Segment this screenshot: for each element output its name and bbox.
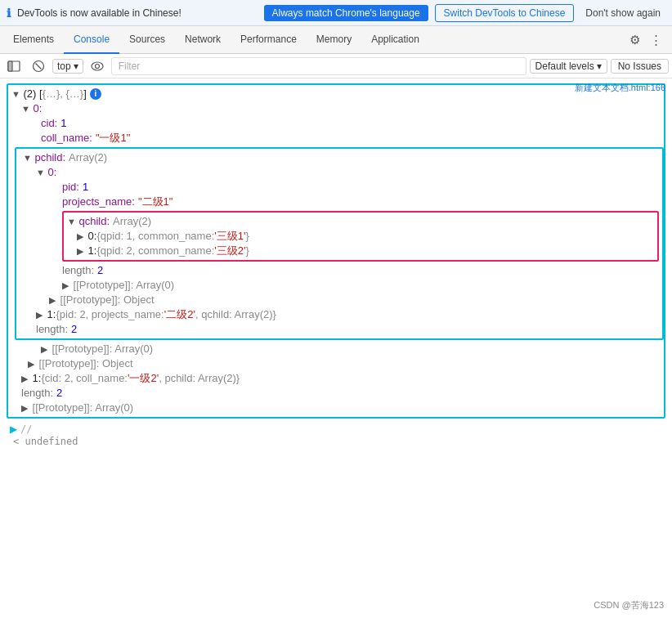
item1-toggle[interactable] <box>21 371 28 386</box>
watermark: CSDN @苦海123 <box>594 599 664 611</box>
info-badge[interactable]: i <box>90 88 101 100</box>
pchild-line[interactable]: pchild: Array(2) <box>16 150 662 165</box>
switch-devtools-button[interactable]: Switch DevTools to Chinese <box>435 4 575 22</box>
undefined-label: < <box>13 436 25 447</box>
root-length-line: length: 2 <box>8 386 664 401</box>
root-toggle[interactable] <box>11 87 20 101</box>
proto-array-line[interactable]: [[Prototype]]: Array(0) <box>16 278 662 293</box>
item0-toggle[interactable] <box>21 101 30 116</box>
pchild-cyan-box: pchild: Array(2) 0: pid: 1 projects_name… <box>15 147 664 340</box>
proto-obj-line[interactable]: [[Prototype]]: Object <box>16 293 662 307</box>
qchild1-toggle[interactable] <box>77 244 83 258</box>
qchild0-toggle[interactable] <box>77 229 83 244</box>
comment-section: ▶ // <box>7 420 665 435</box>
svg-line-3 <box>36 63 42 69</box>
tab-elements[interactable]: Elements <box>3 26 64 54</box>
pid-line: pid: 1 <box>16 180 662 195</box>
pchild1-collapsed-line[interactable]: 1: {pid: 2, projects_name: '二级2' , qchil… <box>16 307 662 322</box>
undefined-value: undefined <box>25 436 78 447</box>
proto-obj2-line[interactable]: [[Prototype]]: Object <box>8 356 664 371</box>
coll-name-line: coll_name: "一级1" <box>8 131 664 146</box>
pchild-length-line: length: 2 <box>16 322 662 337</box>
more-options-icon[interactable]: ⋮ <box>647 31 665 49</box>
sidebar-toggle-icon[interactable] <box>3 58 25 74</box>
proto-obj2-toggle[interactable] <box>28 356 34 371</box>
root-array-line[interactable]: (2) [ {…}, {…} ] i <box>8 87 664 101</box>
settings-icon[interactable]: ⚙ <box>626 31 643 49</box>
qchild0-line[interactable]: 0: {qpid: 1, common_name: '三级1' } <box>64 229 657 244</box>
projects-name-line: projects_name: "二级1" <box>16 195 662 209</box>
item1-collapsed-line[interactable]: 1: {cid: 2, coll_name: '一级2' , pchild: A… <box>8 371 664 386</box>
info-bar: ℹ DevTools is now available in Chinese! … <box>0 0 672 26</box>
tab-memory[interactable]: Memory <box>307 26 361 54</box>
levels-label: Default levels <box>535 60 594 72</box>
tab-network[interactable]: Network <box>175 26 231 54</box>
proto-array2-line[interactable]: [[Prototype]]: Array(0) <box>8 342 664 356</box>
qchild-toggle[interactable] <box>67 214 76 229</box>
file-reference[interactable]: 新建文本文档.html:166 <box>575 82 665 94</box>
dont-show-again-button[interactable]: Don't show again <box>580 5 665 21</box>
pchild0-length-line: length: 2 <box>16 263 662 278</box>
default-levels-selector[interactable]: Default levels ▾ <box>530 59 607 74</box>
filter-input[interactable] <box>115 59 522 74</box>
info-text: DevTools is now available in Chinese! <box>17 7 258 19</box>
qchild-pink-box: qchild: Array(2) 0: {qpid: 1, common_nam… <box>62 211 659 262</box>
proto-array3-line[interactable]: [[Prototype]]: Array(0) <box>8 401 664 415</box>
svg-point-5 <box>95 64 99 68</box>
pchild0-toggle[interactable] <box>36 165 45 180</box>
svg-point-4 <box>92 62 103 70</box>
svg-rect-1 <box>8 61 12 71</box>
match-language-button[interactable]: Always match Chrome's language <box>264 5 428 21</box>
expand-comment-icon[interactable]: ▶ <box>10 423 17 435</box>
pchild1-toggle[interactable] <box>36 307 43 322</box>
levels-dropdown-icon: ▾ <box>597 60 602 72</box>
clear-console-icon[interactable] <box>28 58 49 74</box>
pchild-toggle[interactable] <box>23 150 32 165</box>
context-selector[interactable]: top ▾ <box>52 59 83 74</box>
item0-line[interactable]: 0: <box>8 101 664 116</box>
console-toolbar: top ▾ Default levels ▾ No Issues <box>0 54 672 78</box>
eye-icon[interactable] <box>87 59 108 74</box>
tab-console[interactable]: Console <box>64 26 119 54</box>
tab-application[interactable]: Application <box>361 26 429 54</box>
comment-text: // <box>20 423 32 435</box>
cid-line: cid: 1 <box>8 116 664 131</box>
pchild0-line[interactable]: 0: <box>16 165 662 180</box>
no-issues-button[interactable]: No Issues <box>611 59 669 74</box>
tab-performance[interactable]: Performance <box>231 26 307 54</box>
tab-sources[interactable]: Sources <box>119 26 175 54</box>
console-body: 新建文本文档.html:166 (2) [ {…}, {…} ] i 0: ci… <box>0 78 672 618</box>
proto-obj-toggle[interactable] <box>49 293 56 307</box>
context-dropdown-icon: ▾ <box>74 60 78 72</box>
qchild-header-line[interactable]: qchild: Array(2) <box>64 214 657 229</box>
context-value: top <box>57 60 71 72</box>
qchild1-line[interactable]: 1: {qpid: 2, common_name: '三级2' } <box>64 244 657 258</box>
info-icon: ℹ <box>7 7 11 20</box>
proto-array-toggle[interactable] <box>62 278 69 293</box>
proto-array2-toggle[interactable] <box>41 342 47 356</box>
proto-array3-toggle[interactable] <box>21 401 28 415</box>
outer-cyan-box: (2) [ {…}, {…} ] i 0: cid: 1 coll_name: … <box>7 83 665 419</box>
filter-container <box>111 57 526 75</box>
tabs-bar: Elements Console Sources Network Perform… <box>0 26 672 54</box>
undefined-line: < undefined <box>7 435 665 448</box>
